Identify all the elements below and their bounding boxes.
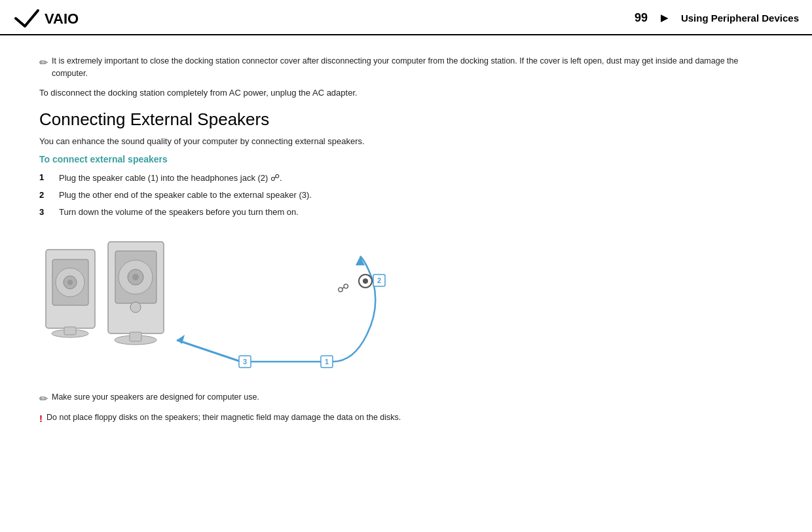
svg-text:3: 3 (243, 358, 247, 366)
svg-point-5 (67, 280, 73, 285)
main-content: ✏ It is extremely important to close the… (0, 35, 812, 442)
logo-area: VAIO (10, 5, 89, 30)
note-text-2: Make sure your speakers are designed for… (52, 391, 259, 404)
speakers-diagram-svg: 3 1 ☍ 2 (39, 230, 445, 381)
step-2-num: 2 (39, 189, 48, 202)
note-block-2: ✏ Make sure your speakers are designed f… (39, 391, 773, 405)
svg-rect-7 (64, 327, 76, 335)
svg-rect-15 (130, 332, 141, 341)
vaio-logo: VAIO (10, 5, 89, 30)
pencil-icon-2: ✏ (39, 392, 48, 405)
svg-line-16 (177, 340, 239, 361)
sub-intro: You can enhance the sound quality of you… (39, 136, 773, 146)
note-text-1: It is extremely important to close the d… (52, 55, 773, 80)
step-1-num: 1 (39, 171, 48, 184)
header-arrow: ▶ (661, 12, 668, 23)
pencil-icon-1: ✏ (39, 56, 48, 69)
svg-point-12 (132, 274, 139, 280)
svg-text:2: 2 (377, 276, 381, 284)
step-2-text: Plug the other end of the speaker cable … (59, 189, 312, 202)
step-3-text: Turn down the volume of the speakers bef… (59, 206, 299, 219)
step-2: 2 Plug the other end of the speaker cabl… (39, 189, 773, 202)
teal-subheading: To connect external speakers (39, 154, 773, 164)
page-header: VAIO 99 ▶ Using Peripheral Devices (0, 0, 812, 35)
step-3: 3 Turn down the volume of the speakers b… (39, 206, 773, 219)
plain-text-1: To disconnect the docking station comple… (39, 86, 773, 100)
diagram-area: 3 1 ☍ 2 (39, 230, 445, 381)
svg-text:☍: ☍ (337, 282, 349, 295)
step-3-num: 3 (39, 206, 48, 219)
header-section-title: Using Peripheral Devices (681, 12, 799, 24)
steps-list: 1 Plug the speaker cable (1) into the he… (39, 171, 773, 218)
header-right: 99 ▶ Using Peripheral Devices (635, 11, 799, 25)
warning-block: ! Do not place floppy disks on the speak… (39, 411, 773, 425)
note-block-1: ✏ It is extremely important to close the… (39, 55, 773, 80)
page-number: 99 (635, 11, 648, 25)
warning-text: Do not place floppy disks on the speaker… (46, 411, 401, 424)
step-1-text: Plug the speaker cable (1) into the head… (59, 171, 282, 185)
svg-text:VAIO: VAIO (45, 10, 79, 27)
svg-point-26 (363, 278, 368, 284)
warning-icon: ! (39, 411, 43, 425)
section-heading: Connecting External Speakers (39, 109, 773, 130)
svg-point-13 (130, 302, 141, 313)
svg-text:1: 1 (325, 358, 329, 366)
step-1: 1 Plug the speaker cable (1) into the he… (39, 171, 773, 185)
